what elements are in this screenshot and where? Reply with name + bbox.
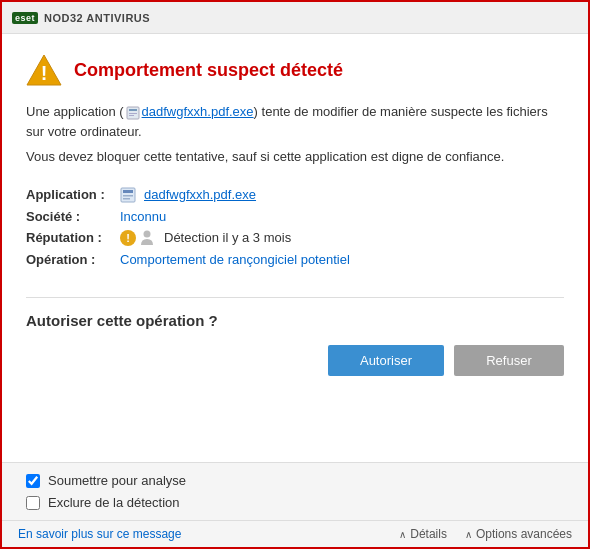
reputation-text: Détection il y a 3 mois — [164, 230, 291, 245]
description-line1: Une application (dadfwgfxxh.pdf.exe) ten… — [26, 102, 564, 141]
reputation-icons: ! — [120, 230, 154, 246]
main-window: eset NOD32 ANTIVIRUS ! Comportement susp… — [0, 0, 590, 549]
description-line2: Vous devez bloquer cette tentative, sauf… — [26, 147, 564, 167]
header-row: ! Comportement suspect détecté — [26, 52, 564, 88]
learn-more-link[interactable]: En savoir plus sur ce message — [18, 527, 181, 541]
submit-label: Soumettre pour analyse — [48, 473, 186, 488]
operation-label: Opération : — [26, 252, 116, 267]
bottom-right-links: ∧ Détails ∧ Options avancées — [399, 527, 572, 541]
svg-rect-8 — [123, 195, 133, 197]
eset-badge: eset — [12, 12, 38, 24]
authorize-button[interactable]: Autoriser — [328, 345, 444, 376]
info-row-application: Application : dadfwgfxxh.pdf.exe — [26, 187, 564, 203]
svg-rect-4 — [129, 113, 137, 114]
warning-icon: ! — [26, 52, 62, 88]
buttons-row: Autoriser Refuser — [26, 345, 564, 376]
reputation-label: Réputation : — [26, 230, 116, 245]
info-row-societe: Société : Inconnu — [26, 209, 564, 224]
app-inline-icon — [126, 106, 140, 120]
svg-rect-3 — [129, 109, 137, 111]
bottom-bar: En savoir plus sur ce message ∧ Détails … — [2, 520, 588, 547]
svg-point-10 — [144, 230, 151, 237]
svg-rect-9 — [123, 198, 130, 200]
eset-logo: eset — [12, 12, 38, 24]
title-bar: eset NOD32 ANTIVIRUS — [2, 2, 588, 34]
details-item[interactable]: ∧ Détails — [399, 527, 447, 541]
exclude-checkbox[interactable] — [26, 496, 40, 510]
app-filename-link[interactable]: dadfwgfxxh.pdf.exe — [142, 104, 254, 119]
svg-text:!: ! — [41, 62, 48, 84]
info-grid: Application : dadfwgfxxh.pdf.exe Société… — [26, 187, 564, 273]
info-row-operation: Opération : Comportement de rançongiciel… — [26, 252, 564, 267]
main-title: Comportement suspect détecté — [74, 60, 343, 81]
refuse-button[interactable]: Refuser — [454, 345, 564, 376]
authorize-question: Autoriser cette opération ? — [26, 312, 564, 329]
main-content: ! Comportement suspect détecté Une appli… — [2, 34, 588, 462]
advanced-label: Options avancées — [476, 527, 572, 541]
reputation-warning-icon: ! — [120, 230, 136, 246]
description-block: Une application (dadfwgfxxh.pdf.exe) ten… — [26, 102, 564, 173]
reputation-person-icon — [140, 230, 154, 246]
exclude-label: Exclure de la détection — [48, 495, 180, 510]
submit-checkbox[interactable] — [26, 474, 40, 488]
application-value[interactable]: dadfwgfxxh.pdf.exe — [144, 187, 256, 202]
advanced-chevron-icon: ∧ — [465, 529, 472, 540]
societe-value[interactable]: Inconnu — [120, 209, 166, 224]
exclude-checkbox-row[interactable]: Exclure de la détection — [26, 495, 564, 510]
svg-rect-5 — [129, 115, 134, 116]
svg-rect-7 — [123, 190, 133, 193]
submit-checkbox-row[interactable]: Soumettre pour analyse — [26, 473, 564, 488]
app-name: NOD32 ANTIVIRUS — [44, 12, 150, 24]
application-label: Application : — [26, 187, 116, 202]
societe-label: Société : — [26, 209, 116, 224]
operation-value[interactable]: Comportement de rançongiciel potentiel — [120, 252, 350, 267]
info-row-reputation: Réputation : ! Détection il y a 3 mois — [26, 230, 564, 246]
details-label: Détails — [410, 527, 447, 541]
details-chevron-icon: ∧ — [399, 529, 406, 540]
app-icon — [120, 187, 136, 203]
divider — [26, 297, 564, 298]
advanced-options-item[interactable]: ∧ Options avancées — [465, 527, 572, 541]
footer-checkboxes: Soumettre pour analyse Exclure de la dét… — [2, 462, 588, 520]
